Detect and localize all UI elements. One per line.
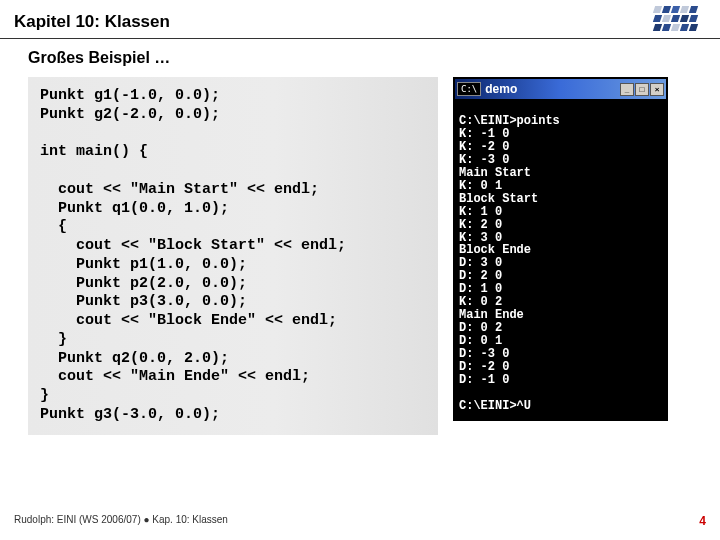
brand-logo bbox=[654, 6, 706, 36]
minimize-button[interactable]: _ bbox=[620, 83, 634, 96]
console-title-bar: C:\ demo _ □ × bbox=[455, 79, 666, 99]
footer-text: Rudolph: EINI (WS 2006/07) ● Kap. 10: Kl… bbox=[14, 514, 228, 528]
console-window: C:\ demo _ □ × C:\EINI>points K: -1 0 K:… bbox=[453, 77, 668, 421]
close-button[interactable]: × bbox=[650, 83, 664, 96]
maximize-button[interactable]: □ bbox=[635, 83, 649, 96]
console-icon: C:\ bbox=[457, 82, 481, 96]
chapter-title: Kapitel 10: Klassen bbox=[14, 12, 706, 32]
section-subtitle: Großes Beispiel … bbox=[0, 39, 720, 77]
console-title: demo bbox=[485, 82, 620, 96]
console-output: C:\EINI>points K: -1 0 K: -2 0 K: -3 0 M… bbox=[455, 99, 666, 419]
page-number: 4 bbox=[699, 514, 706, 528]
code-listing: Punkt g1(-1.0, 0.0); Punkt g2(-2.0, 0.0)… bbox=[28, 77, 438, 435]
